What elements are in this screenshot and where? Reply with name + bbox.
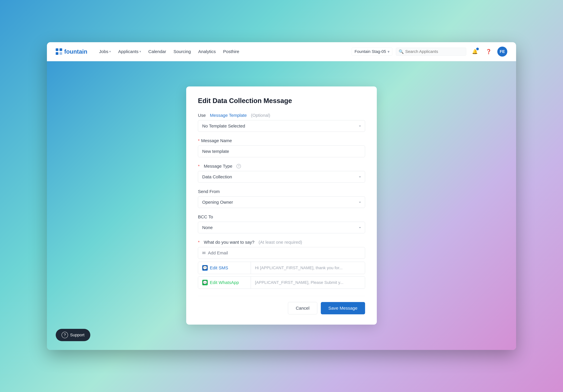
notification-badge: [476, 48, 479, 50]
nav-item-sourcing[interactable]: Sourcing: [170, 47, 194, 56]
logo-icon: [56, 48, 62, 55]
search-bar[interactable]: 🔍: [396, 48, 466, 56]
svg-rect-3: [60, 52, 62, 55]
message-type-select[interactable]: Data Collection: [198, 171, 365, 183]
template-label: Use Message Template (Optional): [198, 113, 365, 118]
chevron-icon: ▾: [140, 50, 141, 53]
svg-rect-2: [56, 52, 58, 55]
sms-preview: Hi [APPLICANT_FIRST_NAME], thank you for…: [251, 262, 365, 273]
whatsapp-channel-row: 💬 Edit WhatsApp [APPLICANT_FIRST_NAME], …: [198, 276, 365, 289]
whatsapp-preview: [APPLICANT_FIRST_NAME], Please Submit y.…: [251, 277, 365, 288]
nav-item-analytics[interactable]: Analytics: [195, 47, 219, 56]
search-input[interactable]: [405, 49, 463, 54]
edit-whatsapp-button[interactable]: 💬 Edit WhatsApp: [198, 277, 251, 289]
email-icon: ✉: [202, 251, 205, 255]
cancel-button[interactable]: Cancel: [288, 302, 317, 314]
notifications-button[interactable]: 🔔: [470, 46, 480, 57]
nav-links: Jobs ▾ Applicants ▾ Calendar Sourcing An…: [96, 47, 343, 56]
message-name-group: *Message Name: [198, 138, 365, 157]
svg-rect-1: [60, 48, 62, 51]
info-icon[interactable]: ?: [236, 164, 241, 168]
add-email-button[interactable]: ✉ Add Email: [198, 247, 365, 259]
edit-sms-button[interactable]: 💬 Edit SMS: [198, 262, 251, 274]
message-name-label: *Message Name: [198, 138, 365, 143]
what-label: * What do you want to say? (At least one…: [198, 240, 365, 245]
logo[interactable]: fountain: [56, 48, 87, 55]
help-icon: ❓: [486, 49, 492, 54]
sms-channel-row: 💬 Edit SMS Hi [APPLICANT_FIRST_NAME], th…: [198, 262, 365, 274]
template-select[interactable]: No Template Selected: [198, 120, 365, 132]
main-content: Edit Data Collection Message Use Message…: [47, 61, 516, 350]
nav-item-posthire[interactable]: Posthire: [220, 47, 242, 56]
bcc-to-label: BCC To: [198, 215, 365, 219]
help-button[interactable]: ❓: [484, 46, 494, 57]
message-type-group: * Message Type ? Data Collection: [198, 164, 365, 183]
navbar: fountain Jobs ▾ Applicants ▾ Calendar So…: [47, 42, 516, 61]
sms-icon: 💬: [202, 265, 208, 271]
message-body-group: * What do you want to say? (At least one…: [198, 240, 365, 289]
message-template-link[interactable]: Message Template: [210, 113, 247, 118]
nav-item-applicants[interactable]: Applicants ▾: [115, 47, 144, 56]
save-message-button[interactable]: Save Message: [321, 302, 365, 314]
whatsapp-icon: 💬: [202, 280, 208, 285]
chevron-icon: ▾: [109, 50, 111, 53]
support-button[interactable]: ? Support: [56, 329, 90, 341]
edit-data-collection-modal: Edit Data Collection Message Use Message…: [186, 87, 377, 325]
chevron-down-icon: ▾: [387, 49, 390, 54]
nav-item-calendar[interactable]: Calendar: [145, 47, 169, 56]
svg-rect-0: [56, 48, 58, 51]
send-from-group: Send From Opening Owner: [198, 189, 365, 208]
modal-footer: Cancel Save Message: [198, 296, 365, 314]
send-from-label: Send From: [198, 189, 365, 194]
template-group: Use Message Template (Optional) No Templ…: [198, 113, 365, 132]
bcc-to-select[interactable]: None: [198, 222, 365, 233]
brand-name: fountain: [64, 48, 87, 55]
workspace-selector[interactable]: Fountain Stag-05 ▾: [352, 48, 392, 56]
bcc-to-group: BCC To None: [198, 215, 365, 233]
search-icon: 🔍: [399, 49, 404, 54]
message-type-label: * Message Type ?: [198, 164, 365, 169]
modal-title: Edit Data Collection Message: [198, 97, 365, 105]
support-icon: ?: [62, 332, 68, 338]
nav-right: Fountain Stag-05 ▾ 🔍 🔔 ❓ FE: [352, 46, 507, 57]
nav-item-jobs[interactable]: Jobs ▾: [96, 47, 114, 56]
avatar[interactable]: FE: [497, 47, 507, 57]
send-from-select[interactable]: Opening Owner: [198, 196, 365, 208]
message-name-input[interactable]: [198, 146, 365, 157]
